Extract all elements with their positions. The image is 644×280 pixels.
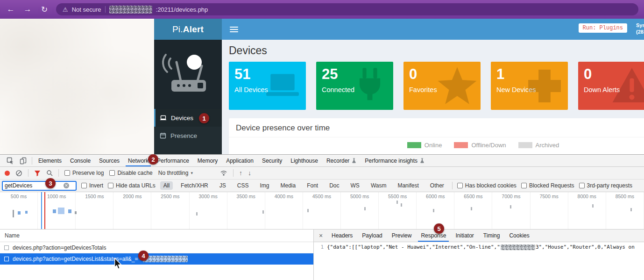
reload-icon[interactable]: ↻	[39, 5, 50, 14]
stat-card-new-devices[interactable]: 1 New Devices	[491, 62, 568, 110]
export-har-icon[interactable]: ↓	[248, 169, 251, 177]
timeline-mark	[68, 209, 71, 213]
clear-icon[interactable]	[15, 170, 22, 177]
devtools-tab-sources[interactable]: Sources	[95, 155, 124, 166]
hide-data-urls-checkbox[interactable]	[108, 183, 113, 188]
filter-type-fetch-xhr[interactable]: Fetch/XHR	[177, 181, 212, 190]
sidebar-item-label: Devices	[171, 115, 193, 122]
page-background	[0, 19, 154, 154]
filter-type-wasm[interactable]: Wasm	[368, 181, 390, 190]
filter-type-manifest[interactable]: Manifest	[394, 181, 422, 190]
filter-type-other[interactable]: Other	[427, 181, 447, 190]
line-number: 1	[314, 244, 327, 280]
detail-tab-cookies[interactable]: Cookies	[504, 230, 534, 242]
filter-type-doc[interactable]: Doc	[326, 181, 342, 190]
devtools-tab-performance[interactable]: Performance	[153, 155, 193, 166]
devtools-tab-security[interactable]: Security	[258, 155, 286, 166]
preserve-log-toggle[interactable]: Preserve log	[64, 170, 104, 176]
import-har-icon[interactable]: ↑	[239, 169, 242, 177]
third-party-requests-toggle[interactable]: 3rd-party requests	[579, 182, 632, 189]
back-icon[interactable]: ←	[6, 5, 16, 14]
app-logo[interactable]: Pi.Alert	[154, 19, 222, 40]
legend-swatch	[407, 142, 421, 148]
stat-card-all-devices[interactable]: 51 All Devices	[229, 62, 306, 110]
timeline-mark	[262, 210, 264, 214]
sidebar-item-presence[interactable]: Presence	[154, 127, 222, 144]
divider	[58, 169, 59, 177]
tab-label: Headers	[332, 232, 353, 239]
filter-type-media[interactable]: Media	[277, 181, 299, 190]
presence-panel: Device presence over time Online Offline…	[229, 118, 644, 154]
stat-card-connected[interactable]: 25 Connected	[316, 62, 393, 110]
detail-tab-payload[interactable]: Payload	[357, 230, 387, 242]
detail-tab-timing[interactable]: Timing	[479, 230, 505, 242]
stat-card-down-alerts[interactable]: 0 Down Alerts	[578, 62, 644, 110]
disable-cache-toggle[interactable]: Disable cache	[109, 170, 152, 176]
filter-input-wrap[interactable]: ✕	[2, 181, 77, 191]
legend-item-archived[interactable]: Archived	[518, 142, 559, 149]
blocked-requests-checkbox[interactable]	[521, 183, 527, 188]
disable-cache-checkbox[interactable]	[109, 170, 115, 176]
invert-checkbox[interactable]	[81, 183, 87, 188]
tab-label: Response	[421, 232, 446, 239]
filter-type-all[interactable]: All	[160, 181, 173, 190]
network-conditions-icon[interactable]	[220, 170, 227, 176]
clear-filter-icon[interactable]: ✕	[64, 183, 69, 188]
toggle-device-toolbar-icon[interactable]	[17, 155, 30, 166]
tab-label: Console	[70, 158, 91, 164]
legend-item-online[interactable]: Online	[407, 142, 442, 149]
devtools-tab-performance-insights[interactable]: Performance insights	[361, 155, 429, 166]
detail-tab-response[interactable]: Response	[416, 230, 451, 242]
devtools-tab-recorder[interactable]: Recorder	[322, 155, 361, 166]
filter-type-js[interactable]: JS	[216, 181, 229, 190]
timeline-mark	[13, 210, 14, 217]
address-bar[interactable]: ⚠ Not secure :20211/devices.php	[56, 3, 638, 15]
has-blocked-cookies-toggle[interactable]: Has blocked cookies	[457, 182, 517, 189]
preserve-log-checkbox[interactable]	[64, 170, 70, 176]
network-overview-timeline[interactable]: 500 ms1000 ms1500 ms2000 ms2500 ms3000 m…	[0, 192, 644, 230]
response-text-prefix: {"data":[["laptop","Net - Huawei","Inter…	[327, 244, 500, 250]
filter-type-ws[interactable]: WS	[347, 181, 363, 190]
record-button[interactable]	[5, 171, 10, 176]
sidebar-item-devices[interactable]: Devices	[154, 109, 222, 127]
devtools-tab-lighthouse[interactable]: Lighthouse	[286, 155, 322, 166]
forward-icon[interactable]: →	[22, 5, 33, 14]
run-plugins-button[interactable]: Run: Plugins	[579, 23, 627, 33]
filter-funnel-icon[interactable]	[34, 170, 41, 176]
response-body-viewer[interactable]: 1 {"data":[["laptop","Net - Huawei","Int…	[314, 242, 644, 280]
file-icon	[4, 245, 9, 250]
filter-type-css[interactable]: CSS	[234, 181, 252, 190]
inspect-element-icon[interactable]	[4, 155, 17, 166]
invert-toggle[interactable]: Invert	[81, 182, 103, 189]
search-icon[interactable]	[46, 170, 53, 176]
blocked-requests-toggle[interactable]: Blocked Requests	[521, 182, 574, 189]
hamburger-menu-icon[interactable]	[230, 27, 238, 32]
requests-table: Name devices.php?action=getDevicesTotals…	[0, 230, 314, 280]
devtools-tab-elements[interactable]: Elements	[34, 155, 66, 166]
devtools-tab-console[interactable]: Console	[66, 155, 95, 166]
stat-card-favorites[interactable]: 0 Favorites	[403, 62, 481, 110]
request-row-get-devices-totals[interactable]: devices.php?action=getDevicesTotals	[0, 242, 313, 253]
detail-tab-initiator[interactable]: Initiator	[451, 230, 478, 242]
stat-cards-row: 51 All Devices 25 Connected 0 Favorites	[229, 62, 644, 110]
has-blocked-cookies-checkbox[interactable]	[457, 183, 463, 188]
detail-tab-headers[interactable]: Headers	[327, 230, 357, 242]
detail-tab-preview[interactable]: Preview	[387, 230, 417, 242]
tab-label: Timing	[483, 232, 500, 239]
experiment-flask-icon	[420, 158, 425, 163]
divider	[233, 169, 234, 177]
filter-type-img[interactable]: Img	[256, 181, 272, 190]
throttling-dropdown[interactable]: No throttling ▾	[158, 170, 193, 176]
third-party-requests-checkbox[interactable]	[579, 183, 585, 188]
request-row-get-devices-list[interactable]: devices.php?action=getDevicesList&status…	[0, 253, 313, 265]
corner-line-1: Sym	[636, 22, 644, 28]
filter-type-font[interactable]: Font	[304, 181, 321, 190]
requests-name-column-header[interactable]: Name	[0, 230, 313, 242]
laptop-icon	[160, 115, 167, 121]
hide-data-urls-toggle[interactable]: Hide data URLs	[108, 182, 156, 189]
legend-item-offline-down[interactable]: Offline/Down	[454, 142, 506, 149]
devtools-tab-application[interactable]: Application	[222, 155, 258, 166]
devtools-tab-memory[interactable]: Memory	[193, 155, 222, 166]
page-title: Devices	[229, 44, 644, 57]
close-icon[interactable]: ×	[315, 230, 327, 242]
